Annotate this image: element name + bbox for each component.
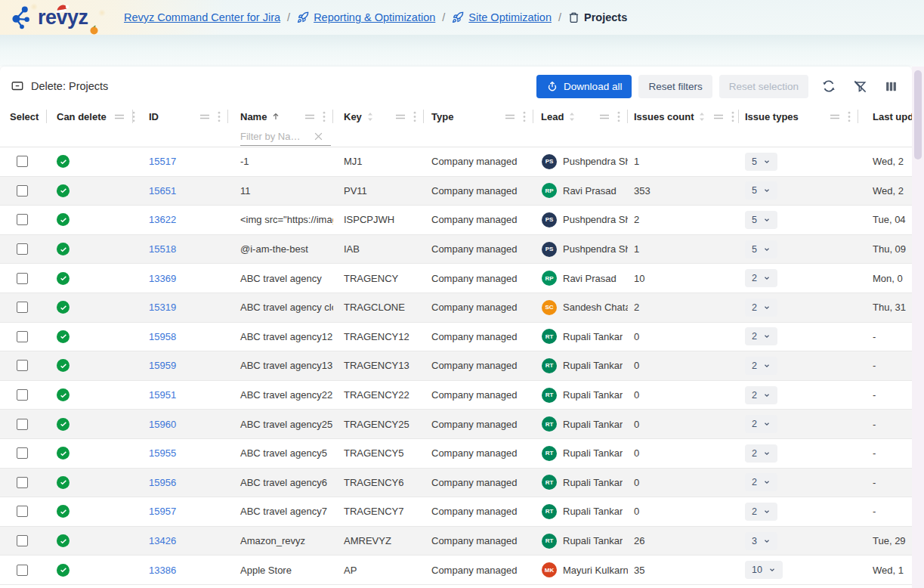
column-header-types[interactable]: Issue types [739, 106, 858, 127]
issue-types-dropdown[interactable]: 2 [745, 327, 777, 345]
issue-types-dropdown[interactable]: 5 [745, 153, 777, 171]
row-checkbox[interactable] [17, 565, 28, 576]
row-checkbox[interactable] [17, 360, 28, 371]
lead-avatar: PS [542, 242, 557, 257]
column-menu-icon[interactable] [617, 111, 620, 122]
filter-cell-types [739, 127, 858, 147]
row-checkbox[interactable] [17, 273, 28, 284]
column-header-lead[interactable]: Lead [533, 106, 628, 127]
column-header-id[interactable]: ID [133, 106, 228, 127]
row-checkbox[interactable] [17, 447, 28, 459]
column-header-updated[interactable]: Last updated [858, 106, 912, 127]
column-menu-icon[interactable] [731, 111, 734, 122]
issue-types-dropdown[interactable]: 2 [745, 269, 777, 287]
breadcrumb-link[interactable]: Revyz Command Center for Jira [124, 11, 280, 23]
project-name: ABC travel agency12 [240, 331, 332, 342]
manage-columns-button[interactable] [880, 76, 901, 97]
project-id-link[interactable]: 15951 [149, 389, 176, 401]
column-filter-icon[interactable] [114, 113, 125, 120]
project-id-link[interactable]: 15651 [149, 185, 176, 197]
column-menu-icon[interactable] [523, 111, 526, 122]
rocket-icon [452, 11, 464, 23]
column-filter-icon[interactable] [395, 113, 406, 120]
vertical-scrollbar[interactable] [912, 67, 924, 588]
breadcrumb-link[interactable]: Reporting & Optimization [314, 11, 435, 23]
can-delete-cell [47, 410, 133, 438]
project-id-link[interactable]: 15955 [149, 447, 176, 459]
issue-types-dropdown[interactable]: 5 [745, 181, 777, 200]
name-filter-input[interactable] [240, 131, 313, 142]
issue-types-dropdown[interactable]: 2 [745, 386, 777, 404]
column-filter-icon[interactable] [199, 113, 210, 120]
project-name: -1 [240, 156, 249, 167]
column-filter-icon[interactable] [713, 113, 724, 120]
column-menu-icon[interactable] [848, 111, 851, 122]
column-filter-icon[interactable] [830, 113, 840, 120]
project-id-link[interactable]: 15517 [149, 156, 176, 167]
lead-avatar: RT [542, 475, 557, 490]
can-delete-check-icon [57, 330, 70, 343]
row-checkbox[interactable] [17, 419, 28, 430]
id-cell: 13369 [133, 264, 228, 292]
row-checkbox[interactable] [17, 302, 28, 313]
project-id-link[interactable]: 15956 [149, 477, 176, 488]
column-header-issues[interactable]: Issues count [628, 106, 739, 127]
row-checkbox[interactable] [17, 389, 28, 401]
column-filter-icon[interactable] [599, 113, 610, 120]
project-type: Company managed [431, 302, 517, 313]
issue-types-dropdown[interactable]: 2 [745, 503, 777, 521]
type-cell: Company managed [424, 235, 533, 264]
project-id-link[interactable]: 15319 [149, 302, 176, 313]
key-cell: IAB [333, 235, 424, 264]
column-header-select[interactable]: Select [0, 106, 47, 127]
column-menu-icon[interactable] [413, 111, 416, 122]
row-checkbox[interactable] [17, 477, 28, 488]
column-header-key[interactable]: Key [333, 106, 424, 127]
breadcrumb-link[interactable]: Site Optimization [468, 11, 552, 23]
issue-types-dropdown[interactable]: 3 [745, 532, 777, 550]
row-checkbox[interactable] [17, 156, 28, 167]
issue-types-dropdown[interactable]: 2 [745, 357, 777, 375]
row-checkbox[interactable] [17, 535, 28, 546]
row-checkbox[interactable] [17, 331, 28, 342]
column-menu-icon[interactable] [323, 111, 326, 122]
issue-types-dropdown[interactable]: 2 [745, 444, 777, 463]
issue-types-dropdown[interactable]: 5 [745, 211, 777, 229]
project-id-link[interactable]: 15518 [149, 243, 176, 255]
issue-types-dropdown[interactable]: 5 [745, 240, 777, 258]
sort-icon [366, 112, 374, 122]
column-header-candel[interactable]: Can delete [47, 106, 133, 127]
reset-selection-button[interactable]: Reset selection [719, 75, 808, 98]
refresh-button[interactable] [818, 76, 839, 97]
issue-types-dropdown[interactable]: 2 [745, 473, 777, 491]
project-id-link[interactable]: 15957 [149, 506, 176, 517]
project-id-link[interactable]: 13369 [149, 273, 176, 284]
row-checkbox[interactable] [17, 506, 28, 517]
project-id-link[interactable]: 15960 [149, 419, 176, 430]
project-id-link[interactable]: 13622 [149, 214, 176, 225]
column-filter-icon[interactable] [505, 113, 515, 120]
column-header-name[interactable]: Name [228, 106, 333, 127]
issue-types-value: 5 [752, 215, 757, 225]
download-all-button[interactable]: Download all [536, 75, 632, 98]
row-checkbox[interactable] [17, 185, 28, 197]
issue-types-dropdown[interactable]: 10 [745, 561, 783, 579]
scrollbar-thumb[interactable] [914, 70, 922, 159]
lead-name: Rupali Tankar [563, 506, 623, 517]
project-id-link[interactable]: 15958 [149, 331, 176, 342]
row-checkbox[interactable] [17, 214, 28, 225]
can-delete-cell [47, 177, 133, 206]
issue-types-dropdown[interactable]: 2 [745, 415, 777, 433]
column-header-type[interactable]: Type [424, 106, 533, 127]
clear-filters-button[interactable] [849, 76, 870, 97]
column-filter-icon[interactable] [304, 113, 315, 120]
clear-filter-icon[interactable] [313, 131, 324, 142]
project-id-link[interactable]: 13426 [149, 535, 176, 546]
project-id-link[interactable]: 13386 [149, 565, 176, 576]
reset-filters-button[interactable]: Reset filters [638, 75, 712, 98]
revyz-logo[interactable]: revyz [0, 2, 119, 32]
project-id-link[interactable]: 15959 [149, 360, 176, 371]
column-menu-icon[interactable] [218, 111, 221, 122]
issue-types-dropdown[interactable]: 2 [745, 299, 777, 317]
row-checkbox[interactable] [17, 243, 28, 255]
